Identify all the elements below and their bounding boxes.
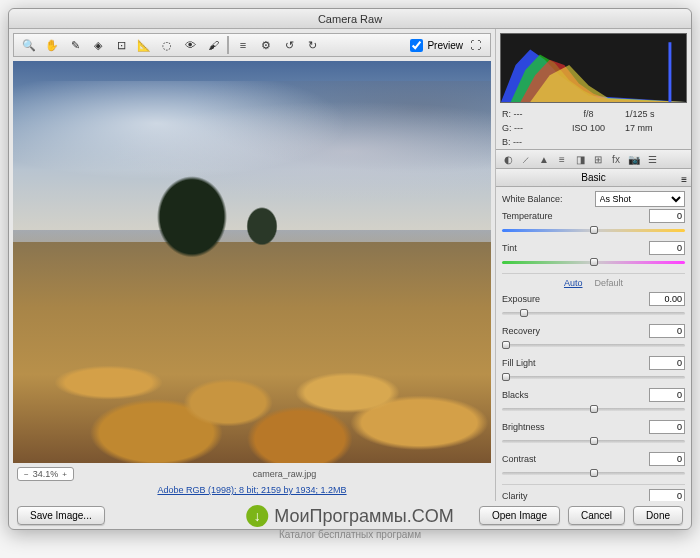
recovery-value[interactable] bbox=[649, 324, 685, 338]
clarity-value[interactable] bbox=[649, 489, 685, 501]
exposure-slider[interactable] bbox=[502, 308, 685, 318]
panel-title: Basic ≡ bbox=[496, 169, 691, 187]
brightness-slider[interactable] bbox=[502, 436, 685, 446]
list-icon[interactable]: ≡ bbox=[232, 36, 254, 54]
metadata-link[interactable]: Adobe RGB (1998); 8 bit; 2159 by 1934; 1… bbox=[13, 483, 491, 497]
color-sampler-icon[interactable]: ◈ bbox=[87, 36, 109, 54]
blacks-row: Blacks bbox=[502, 388, 685, 414]
white-balance-select[interactable]: As Shot bbox=[595, 191, 686, 207]
tab-camera-icon[interactable]: 📷 bbox=[626, 152, 642, 166]
zoom-value: 34.1% bbox=[33, 469, 59, 479]
open-image-button[interactable]: Open Image bbox=[479, 506, 560, 525]
exposure-value[interactable] bbox=[649, 292, 685, 306]
info-row-2: G: --- ISO 100 17 mm bbox=[496, 121, 691, 135]
tab-split-icon[interactable]: ◨ bbox=[572, 152, 588, 166]
svg-rect-0 bbox=[668, 42, 671, 102]
tab-hsl-icon[interactable]: ≡ bbox=[554, 152, 570, 166]
hand-icon[interactable]: ✋ bbox=[41, 36, 63, 54]
preview-image bbox=[13, 61, 491, 463]
zoom-control[interactable]: − 34.1% + bbox=[17, 467, 74, 481]
temperature-label: Temperature bbox=[502, 211, 645, 221]
left-pane: 🔍 ✋ ✎ ◈ ⊡ 📐 ◌ 👁 🖌 ≡ ⚙ ↺ ↻ Preview ⛶ bbox=[9, 29, 495, 501]
main-area: 🔍 ✋ ✎ ◈ ⊡ 📐 ◌ 👁 🖌 ≡ ⚙ ↺ ↻ Preview ⛶ bbox=[9, 29, 691, 501]
eyedropper-icon[interactable]: ✎ bbox=[64, 36, 86, 54]
brush-icon[interactable]: 🖌 bbox=[202, 36, 224, 54]
brightness-label: Brightness bbox=[502, 422, 645, 432]
temperature-slider[interactable] bbox=[502, 225, 685, 235]
basic-panel: White Balance: As Shot Temperature bbox=[496, 187, 691, 501]
tint-row: Tint bbox=[502, 241, 685, 267]
fill-light-row: Fill Light bbox=[502, 356, 685, 382]
info-iso: ISO 100 bbox=[552, 123, 625, 133]
tab-curve-icon[interactable]: ⟋ bbox=[518, 152, 534, 166]
histogram[interactable] bbox=[500, 33, 687, 103]
tab-presets-icon[interactable]: ☰ bbox=[644, 152, 660, 166]
cancel-button[interactable]: Cancel bbox=[568, 506, 625, 525]
fill-light-value[interactable] bbox=[649, 356, 685, 370]
save-image-button[interactable]: Save Image... bbox=[17, 506, 105, 525]
info-r-channel: R: --- bbox=[502, 109, 552, 119]
tab-lens-icon[interactable]: ⊞ bbox=[590, 152, 606, 166]
info-shutter: 1/125 s bbox=[625, 109, 685, 119]
default-link[interactable]: Default bbox=[594, 278, 623, 288]
rotate-ccw-icon[interactable]: ↺ bbox=[278, 36, 300, 54]
tab-detail-icon[interactable]: ▲ bbox=[536, 152, 552, 166]
redeye-icon[interactable]: 👁 bbox=[179, 36, 201, 54]
preview-label: Preview bbox=[427, 40, 463, 51]
contrast-slider[interactable] bbox=[502, 468, 685, 478]
info-aperture: f/8 bbox=[552, 109, 625, 119]
status-bar: − 34.1% + camera_raw.jpg bbox=[13, 465, 491, 483]
panel-menu-icon[interactable]: ≡ bbox=[681, 171, 687, 189]
toolbar-separator bbox=[227, 36, 229, 54]
brightness-row: Brightness bbox=[502, 420, 685, 446]
fullscreen-icon[interactable]: ⛶ bbox=[464, 36, 486, 54]
exposure-row: Exposure bbox=[502, 292, 685, 318]
right-panel: R: --- f/8 1/125 s G: --- ISO 100 17 mm … bbox=[495, 29, 691, 501]
done-button[interactable]: Done bbox=[633, 506, 683, 525]
camera-raw-window: Camera Raw 🔍 ✋ ✎ ◈ ⊡ 📐 ◌ 👁 🖌 ≡ ⚙ ↺ ↻ bbox=[8, 8, 692, 530]
fill-light-label: Fill Light bbox=[502, 358, 645, 368]
toolbar: 🔍 ✋ ✎ ◈ ⊡ 📐 ◌ 👁 🖌 ≡ ⚙ ↺ ↻ Preview ⛶ bbox=[13, 33, 491, 57]
panel-tabs: ◐ ⟋ ▲ ≡ ◨ ⊞ fx 📷 ☰ bbox=[496, 149, 691, 169]
info-focal: 17 mm bbox=[625, 123, 685, 133]
filename-label: camera_raw.jpg bbox=[82, 469, 487, 479]
exposure-label: Exposure bbox=[502, 294, 645, 304]
bottom-bar: Save Image... Open Image Cancel Done bbox=[9, 501, 691, 529]
rotate-cw-icon[interactable]: ↻ bbox=[301, 36, 323, 54]
blacks-slider[interactable] bbox=[502, 404, 685, 414]
prefs-icon[interactable]: ⚙ bbox=[255, 36, 277, 54]
clarity-label: Clarity bbox=[502, 491, 645, 501]
info-g-channel: G: --- bbox=[502, 123, 552, 133]
tint-value[interactable] bbox=[649, 241, 685, 255]
temperature-value[interactable] bbox=[649, 209, 685, 223]
recovery-slider[interactable] bbox=[502, 340, 685, 350]
zoom-icon[interactable]: 🔍 bbox=[18, 36, 40, 54]
recovery-row: Recovery bbox=[502, 324, 685, 350]
tab-basic-icon[interactable]: ◐ bbox=[500, 152, 516, 166]
zoom-in-icon[interactable]: + bbox=[62, 470, 67, 479]
auto-default-row: Auto Default bbox=[502, 278, 685, 288]
image-preview[interactable] bbox=[13, 61, 491, 463]
info-row-3: B: --- bbox=[496, 135, 691, 149]
white-balance-row: White Balance: As Shot bbox=[502, 191, 685, 207]
blacks-label: Blacks bbox=[502, 390, 645, 400]
info-b-channel: B: --- bbox=[502, 137, 552, 147]
tint-label: Tint bbox=[502, 243, 645, 253]
recovery-label: Recovery bbox=[502, 326, 645, 336]
contrast-value[interactable] bbox=[649, 452, 685, 466]
auto-link[interactable]: Auto bbox=[564, 278, 583, 288]
preview-check-input[interactable] bbox=[410, 39, 423, 52]
window-title: Camera Raw bbox=[9, 9, 691, 29]
straighten-icon[interactable]: 📐 bbox=[133, 36, 155, 54]
brightness-value[interactable] bbox=[649, 420, 685, 434]
zoom-out-icon[interactable]: − bbox=[24, 470, 29, 479]
contrast-row: Contrast bbox=[502, 452, 685, 478]
blacks-value[interactable] bbox=[649, 388, 685, 402]
tab-fx-icon[interactable]: fx bbox=[608, 152, 624, 166]
preview-checkbox[interactable]: Preview bbox=[410, 39, 463, 52]
tint-slider[interactable] bbox=[502, 257, 685, 267]
fill-light-slider[interactable] bbox=[502, 372, 685, 382]
spot-icon[interactable]: ◌ bbox=[156, 36, 178, 54]
crop-icon[interactable]: ⊡ bbox=[110, 36, 132, 54]
temperature-row: Temperature bbox=[502, 209, 685, 235]
